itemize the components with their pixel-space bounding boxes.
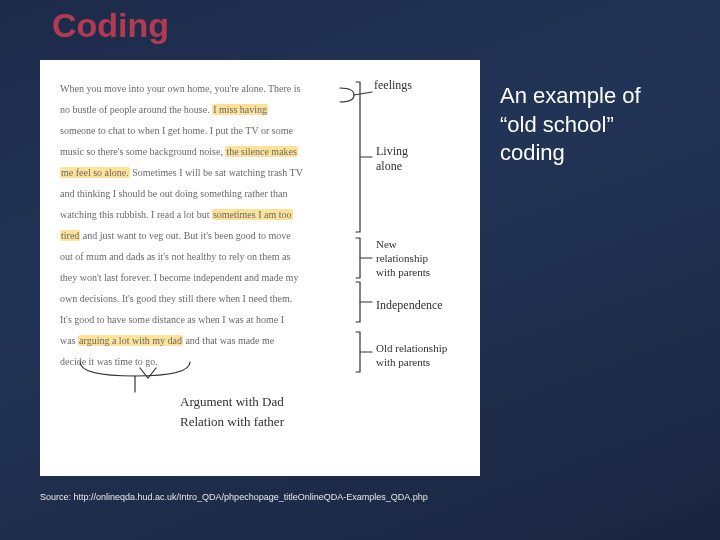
line-12: It's good to have some distance as when …: [60, 314, 284, 325]
code-old-relationship: Old relationship with parents: [376, 342, 447, 370]
code-independence: Independence: [376, 298, 443, 313]
line-3: someone to chat to when I get home. I pu…: [60, 125, 293, 136]
code-argument-dad: Argument with Dad: [180, 394, 284, 410]
highlight-silence-makes: the silence makes: [225, 146, 298, 157]
line-13a: was: [60, 335, 78, 346]
highlight-miss-having: I miss having: [212, 104, 268, 115]
line-11: own decisions. It's good they still ther…: [60, 293, 292, 304]
line-7a: watching this rubbish. I read a lot but: [60, 209, 212, 220]
line-9: out of mum and dads as it's not healthy …: [60, 251, 290, 262]
line-13b: and that was made me: [183, 335, 274, 346]
line-5b: Sometimes I will be sat watching trash T…: [130, 167, 303, 178]
code-feelings: feelings: [374, 78, 412, 93]
coding-example-panel: When you move into your own home, you're…: [40, 60, 480, 476]
code-relation-father: Relation with father: [180, 414, 284, 430]
code-living-alone: Living alone: [376, 144, 408, 174]
line-10: they won't last forever. I become indepe…: [60, 272, 298, 283]
highlight-feel-alone: me feel so alone.: [60, 167, 130, 178]
slide-title: Coding: [52, 6, 169, 45]
line-4a: music so there's some background noise,: [60, 146, 225, 157]
highlight-arguing-dad: arguing a lot with my dad: [78, 335, 183, 346]
highlight-too-tired: sometimes I am too: [212, 209, 293, 220]
line-1: When you move into your own home, you're…: [60, 83, 300, 94]
interview-transcript: When you move into your own home, you're…: [60, 78, 350, 372]
line-2a: no bustle of people around the house.: [60, 104, 212, 115]
line-6: and thinking I should be out doing somet…: [60, 188, 287, 199]
slide-caption: An example of “old school” coding: [500, 82, 680, 168]
highlight-tired: tired: [60, 230, 80, 241]
code-new-relationship: New relationship with parents: [376, 238, 430, 279]
line-14: decide it was time to go.: [60, 356, 158, 367]
line-8b: and just want to veg out. But it's been …: [80, 230, 290, 241]
source-citation: Source: http://onlineqda.hud.ac.uk/Intro…: [40, 492, 428, 502]
